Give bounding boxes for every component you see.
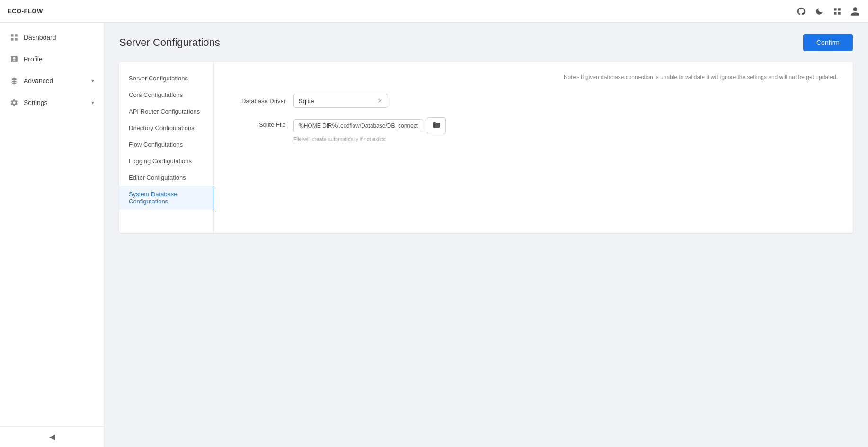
svg-rect-1	[838, 8, 841, 10]
advanced-icon	[9, 76, 19, 86]
app-logo: ECO-FLOW	[8, 8, 43, 15]
database-driver-control: Sqlite ✕	[293, 94, 483, 108]
github-icon[interactable]	[796, 6, 806, 17]
sqlite-file-browse-button[interactable]	[427, 117, 446, 134]
sub-nav-system-db[interactable]: System Database Configutations	[119, 186, 213, 210]
sidebar-dashboard-label: Dashboard	[24, 34, 94, 41]
dashboard-icon	[9, 33, 19, 42]
database-driver-value: Sqlite	[299, 97, 314, 105]
main-content: Server Configurations Confirm Server Con…	[104, 23, 868, 447]
sub-nav-directory[interactable]: Directory Configutations	[119, 120, 213, 136]
sidebar-advanced-label: Advanced	[24, 77, 87, 85]
sidebar-settings-label: Settings	[24, 99, 87, 106]
settings-icon	[9, 98, 19, 107]
database-driver-clear-icon[interactable]: ✕	[377, 97, 383, 105]
sqlite-file-row: Sqlite File %HOME DIR%/.ecoflow/Database…	[229, 117, 838, 142]
sqlite-file-input-row: %HOME DIR%/.ecoflow/Database/DB_connect	[293, 117, 483, 134]
sidebar-item-dashboard[interactable]: Dashboard	[0, 26, 104, 48]
sidebar-item-profile[interactable]: Profile	[0, 48, 104, 70]
sidebar: Dashboard Profile Advanced ▾	[0, 23, 104, 447]
content-card: Server Configutations Cors Configutation…	[119, 62, 853, 233]
database-driver-select[interactable]: Sqlite ✕	[293, 94, 388, 108]
grid-icon[interactable]	[832, 6, 842, 17]
svg-rect-4	[11, 34, 13, 36]
sidebar-profile-label: Profile	[24, 55, 94, 63]
sub-nav-flow[interactable]: Flow Configutations	[119, 136, 213, 153]
main-layout: Dashboard Profile Advanced ▾	[0, 23, 868, 447]
svg-rect-6	[11, 38, 13, 41]
sqlite-file-hint: File will create automatically if not ex…	[293, 136, 483, 142]
svg-rect-5	[15, 34, 18, 36]
confirm-button[interactable]: Confirm	[803, 34, 853, 51]
user-avatar-icon[interactable]	[850, 6, 860, 17]
topbar-icon-group	[796, 6, 860, 17]
theme-toggle-icon[interactable]	[814, 6, 824, 17]
advanced-chevron-icon: ▾	[91, 78, 94, 84]
sidebar-nav: Dashboard Profile Advanced ▾	[0, 26, 104, 426]
svg-rect-7	[15, 38, 18, 41]
svg-rect-2	[834, 12, 836, 14]
page-title: Server Configurations	[119, 36, 220, 49]
database-driver-row: Database Driver Sqlite ✕	[229, 94, 838, 108]
sub-nav-cors[interactable]: Cors Configutations	[119, 87, 213, 103]
sub-nav-editor[interactable]: Editor Configutations	[119, 169, 213, 186]
form-area: Note:- If given database connection is u…	[214, 62, 853, 233]
database-driver-label: Database Driver	[229, 94, 286, 105]
sqlite-file-path[interactable]: %HOME DIR%/.ecoflow/Database/DB_connect	[293, 119, 423, 132]
topbar: ECO-FLOW	[0, 0, 868, 23]
sqlite-file-label: Sqlite File	[229, 117, 286, 128]
sidebar-collapse-button[interactable]: ◀	[0, 426, 104, 447]
sidebar-item-advanced[interactable]: Advanced ▾	[0, 70, 104, 92]
profile-icon	[9, 54, 19, 64]
sub-navigation: Server Configutations Cors Configutation…	[119, 62, 214, 233]
svg-rect-3	[838, 12, 841, 14]
settings-chevron-icon: ▾	[91, 99, 94, 106]
sub-nav-api-router[interactable]: API Router Configutations	[119, 103, 213, 120]
sidebar-item-settings[interactable]: Settings ▾	[0, 92, 104, 114]
sqlite-file-control: %HOME DIR%/.ecoflow/Database/DB_connect …	[293, 117, 483, 142]
svg-rect-0	[834, 8, 836, 10]
collapse-icon: ◀	[49, 432, 55, 441]
form-note: Note:- If given database connection is u…	[229, 74, 838, 80]
sub-nav-logging[interactable]: Logging Configutations	[119, 153, 213, 169]
sub-nav-server[interactable]: Server Configutations	[119, 70, 213, 87]
page-header: Server Configurations Confirm	[119, 34, 853, 51]
